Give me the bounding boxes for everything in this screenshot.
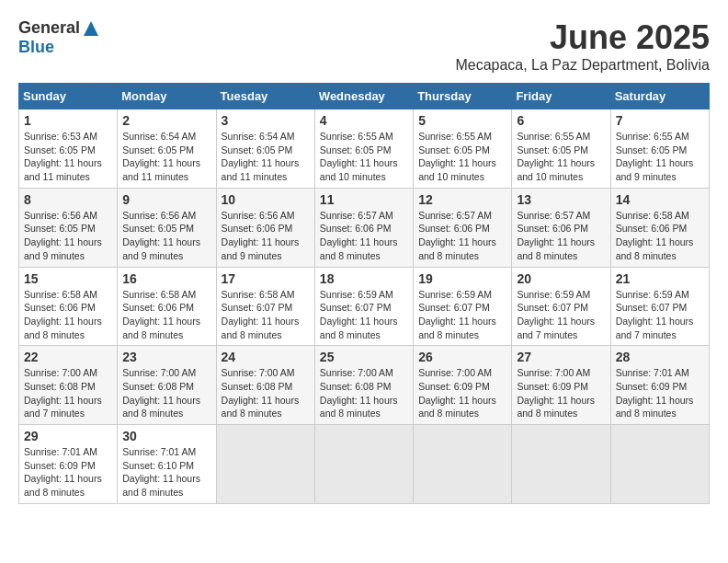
day-number: 26 <box>418 350 506 364</box>
day-number: 13 <box>517 192 605 207</box>
day-number: 28 <box>616 350 704 364</box>
day-info: Sunrise: 6:58 AMSunset: 6:06 PMDaylight:… <box>616 209 704 263</box>
table-row: 22 Sunrise: 7:00 AMSunset: 6:08 PMDaylig… <box>19 346 118 425</box>
day-number: 9 <box>122 192 210 207</box>
table-row: 20 Sunrise: 6:59 AMSunset: 6:07 PMDaylig… <box>512 267 610 346</box>
day-number: 12 <box>418 192 506 207</box>
day-number: 16 <box>122 271 210 286</box>
day-info: Sunrise: 6:55 AMSunset: 6:05 PMDaylight:… <box>320 130 408 184</box>
table-row: 1 Sunrise: 6:53 AMSunset: 6:05 PMDayligh… <box>19 109 118 189</box>
day-number: 4 <box>320 113 408 128</box>
weekday-header-row: Sunday Monday Tuesday Wednesday Thursday… <box>19 84 710 109</box>
day-number: 5 <box>418 113 506 128</box>
day-number: 20 <box>517 271 605 286</box>
calendar-title: June 2025 <box>455 18 710 57</box>
table-row: 23 Sunrise: 7:00 AMSunset: 6:08 PMDaylig… <box>118 346 216 425</box>
day-number: 11 <box>320 192 408 207</box>
day-info: Sunrise: 6:53 AMSunset: 6:05 PMDaylight:… <box>24 130 112 184</box>
day-info: Sunrise: 6:55 AMSunset: 6:05 PMDaylight:… <box>418 130 506 184</box>
day-info: Sunrise: 6:59 AMSunset: 6:07 PMDaylight:… <box>320 288 408 342</box>
day-number: 15 <box>24 271 112 286</box>
table-row <box>414 425 512 504</box>
table-row: 2 Sunrise: 6:54 AMSunset: 6:05 PMDayligh… <box>118 109 216 189</box>
day-number: 21 <box>616 271 704 286</box>
day-number: 30 <box>122 429 210 443</box>
calendar-week-row: 22 Sunrise: 7:00 AMSunset: 6:08 PMDaylig… <box>19 346 710 425</box>
header-friday: Friday <box>512 84 610 109</box>
calendar-week-row: 1 Sunrise: 6:53 AMSunset: 6:05 PMDayligh… <box>19 109 710 189</box>
svg-marker-0 <box>84 21 98 36</box>
table-row <box>314 425 413 504</box>
table-row: 12 Sunrise: 6:57 AMSunset: 6:06 PMDaylig… <box>414 188 512 267</box>
table-row: 10 Sunrise: 6:56 AMSunset: 6:06 PMDaylig… <box>216 188 314 267</box>
day-number: 7 <box>616 113 704 128</box>
day-info: Sunrise: 7:00 AMSunset: 6:09 PMDaylight:… <box>418 366 506 420</box>
day-info: Sunrise: 6:57 AMSunset: 6:06 PMDaylight:… <box>320 209 408 263</box>
header-monday: Monday <box>118 84 216 109</box>
table-row: 13 Sunrise: 6:57 AMSunset: 6:06 PMDaylig… <box>512 188 610 267</box>
header-saturday: Saturday <box>610 84 709 109</box>
logo-general: General <box>18 18 80 38</box>
day-number: 1 <box>24 113 112 128</box>
day-info: Sunrise: 6:59 AMSunset: 6:07 PMDaylight:… <box>418 288 506 342</box>
day-number: 17 <box>222 271 310 286</box>
table-row: 17 Sunrise: 6:58 AMSunset: 6:07 PMDaylig… <box>216 267 314 346</box>
table-row: 6 Sunrise: 6:55 AMSunset: 6:05 PMDayligh… <box>512 109 610 189</box>
table-row: 28 Sunrise: 7:01 AMSunset: 6:09 PMDaylig… <box>610 346 709 425</box>
day-info: Sunrise: 6:56 AMSunset: 6:05 PMDaylight:… <box>24 209 112 263</box>
logo-blue: Blue <box>18 38 54 57</box>
day-number: 18 <box>320 271 408 286</box>
day-info: Sunrise: 6:57 AMSunset: 6:06 PMDaylight:… <box>418 209 506 263</box>
day-info: Sunrise: 6:56 AMSunset: 6:06 PMDaylight:… <box>222 209 310 263</box>
calendar-table: Sunday Monday Tuesday Wednesday Thursday… <box>18 83 710 504</box>
table-row <box>216 425 314 504</box>
header-tuesday: Tuesday <box>216 84 314 109</box>
table-row: 21 Sunrise: 6:59 AMSunset: 6:07 PMDaylig… <box>610 267 709 346</box>
table-row: 25 Sunrise: 7:00 AMSunset: 6:08 PMDaylig… <box>314 346 413 425</box>
day-number: 25 <box>320 350 408 364</box>
table-row: 7 Sunrise: 6:55 AMSunset: 6:05 PMDayligh… <box>610 109 709 189</box>
day-info: Sunrise: 7:00 AMSunset: 6:09 PMDaylight:… <box>517 366 605 420</box>
header-sunday: Sunday <box>19 84 118 109</box>
calendar-week-row: 8 Sunrise: 6:56 AMSunset: 6:05 PMDayligh… <box>19 188 710 267</box>
day-number: 23 <box>122 350 210 364</box>
table-row: 9 Sunrise: 6:56 AMSunset: 6:05 PMDayligh… <box>118 188 216 267</box>
header-thursday: Thursday <box>414 84 512 109</box>
day-info: Sunrise: 6:58 AMSunset: 6:06 PMDaylight:… <box>122 288 210 342</box>
table-row <box>512 425 610 504</box>
header: General Blue June 2025 Mecapaca, La Paz … <box>18 18 710 74</box>
day-info: Sunrise: 6:58 AMSunset: 6:07 PMDaylight:… <box>222 288 310 342</box>
day-info: Sunrise: 7:00 AMSunset: 6:08 PMDaylight:… <box>222 366 310 420</box>
day-number: 3 <box>222 113 310 128</box>
table-row <box>610 425 709 504</box>
day-info: Sunrise: 7:01 AMSunset: 6:09 PMDaylight:… <box>24 445 112 500</box>
table-row: 19 Sunrise: 6:59 AMSunset: 6:07 PMDaylig… <box>414 267 512 346</box>
day-info: Sunrise: 7:01 AMSunset: 6:09 PMDaylight:… <box>616 366 704 420</box>
day-number: 29 <box>24 429 112 443</box>
table-row: 14 Sunrise: 6:58 AMSunset: 6:06 PMDaylig… <box>610 188 709 267</box>
table-row: 4 Sunrise: 6:55 AMSunset: 6:05 PMDayligh… <box>314 109 413 189</box>
day-info: Sunrise: 6:54 AMSunset: 6:05 PMDaylight:… <box>222 130 310 184</box>
day-info: Sunrise: 6:55 AMSunset: 6:05 PMDaylight:… <box>616 130 704 184</box>
table-row: 15 Sunrise: 6:58 AMSunset: 6:06 PMDaylig… <box>19 267 118 346</box>
day-info: Sunrise: 7:00 AMSunset: 6:08 PMDaylight:… <box>122 366 210 420</box>
day-info: Sunrise: 6:56 AMSunset: 6:05 PMDaylight:… <box>122 209 210 263</box>
day-number: 19 <box>418 271 506 286</box>
day-info: Sunrise: 6:55 AMSunset: 6:05 PMDaylight:… <box>517 130 605 184</box>
table-row: 29 Sunrise: 7:01 AMSunset: 6:09 PMDaylig… <box>19 425 118 504</box>
day-number: 22 <box>24 350 112 364</box>
table-row: 26 Sunrise: 7:00 AMSunset: 6:09 PMDaylig… <box>414 346 512 425</box>
table-row: 3 Sunrise: 6:54 AMSunset: 6:05 PMDayligh… <box>216 109 314 189</box>
day-info: Sunrise: 6:57 AMSunset: 6:06 PMDaylight:… <box>517 209 605 263</box>
table-row: 11 Sunrise: 6:57 AMSunset: 6:06 PMDaylig… <box>314 188 413 267</box>
day-number: 2 <box>122 113 210 128</box>
day-number: 10 <box>222 192 310 207</box>
day-number: 27 <box>517 350 605 364</box>
table-row: 16 Sunrise: 6:58 AMSunset: 6:06 PMDaylig… <box>118 267 216 346</box>
calendar-week-row: 15 Sunrise: 6:58 AMSunset: 6:06 PMDaylig… <box>19 267 710 346</box>
day-info: Sunrise: 7:00 AMSunset: 6:08 PMDaylight:… <box>320 366 408 420</box>
table-row: 27 Sunrise: 7:00 AMSunset: 6:09 PMDaylig… <box>512 346 610 425</box>
table-row: 5 Sunrise: 6:55 AMSunset: 6:05 PMDayligh… <box>414 109 512 189</box>
day-info: Sunrise: 6:58 AMSunset: 6:06 PMDaylight:… <box>24 288 112 342</box>
day-info: Sunrise: 6:59 AMSunset: 6:07 PMDaylight:… <box>616 288 704 342</box>
